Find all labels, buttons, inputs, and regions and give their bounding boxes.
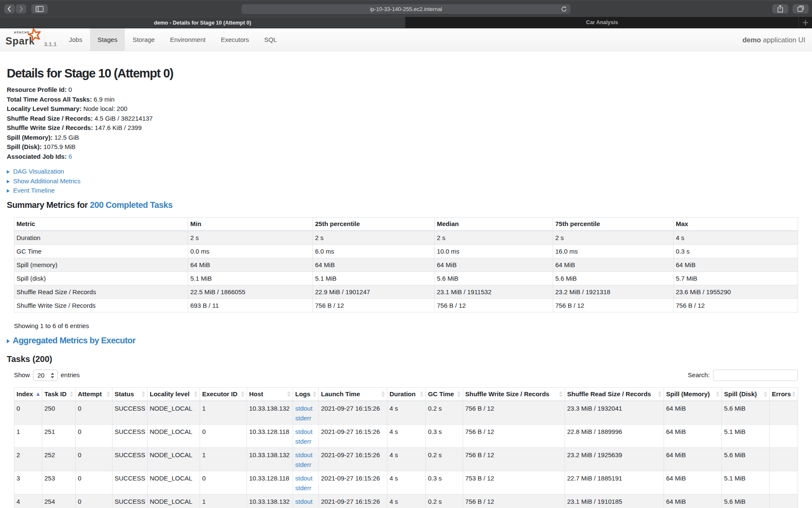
svg-text:APACHE: APACHE	[14, 31, 30, 34]
svg-text:Spark: Spark	[5, 36, 35, 47]
